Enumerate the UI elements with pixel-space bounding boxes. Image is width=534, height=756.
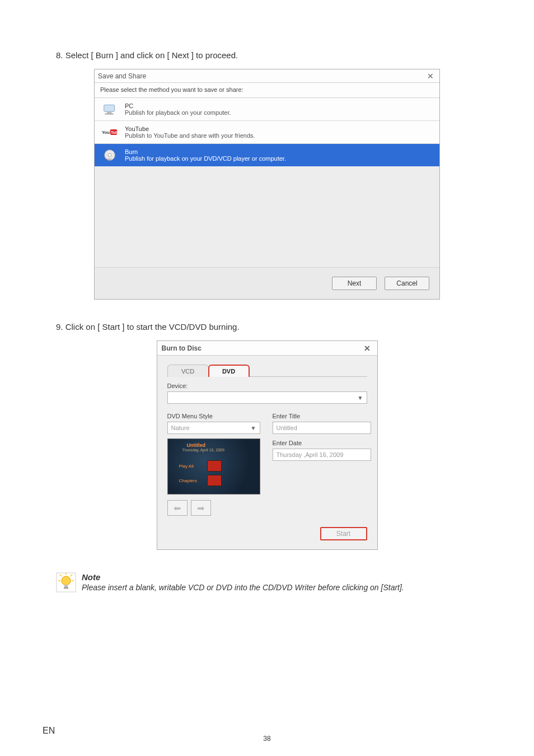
dialog1-titlebar: Save and Share ✕: [95, 69, 439, 83]
start-button[interactable]: Start: [320, 527, 367, 540]
option-youtube[interactable]: YouTube YouTube Publish to YouTube and s…: [95, 121, 439, 144]
footer-lang: EN: [43, 726, 55, 736]
disc-format-tabs: VCD DVD: [167, 365, 367, 377]
preview-play-all: Play All: [179, 464, 194, 469]
pc-icon: [100, 101, 119, 117]
dialog1-empty-area: [95, 166, 439, 267]
enter-title-label: Enter Title: [273, 413, 371, 419]
footer-page-number: 38: [263, 735, 270, 743]
option-burn-title: Burn: [125, 148, 286, 155]
tab-vcd[interactable]: VCD: [167, 365, 209, 377]
dvd-menu-style-value: Nature: [171, 424, 190, 431]
option-burn[interactable]: DVD Burn Publish for playback on your DV…: [95, 144, 439, 166]
step-8-text: 8. Select [ Burn ] and click on [ Next ]…: [56, 50, 478, 60]
chevron-down-icon: ▼: [251, 425, 256, 431]
dvd-menu-preview: Untitled Thursday, April 16, 2009 Play A…: [167, 438, 260, 494]
option-pc-title: PC: [125, 102, 231, 109]
option-pc-desc: Publish for playback on your computer.: [125, 109, 231, 116]
dvd-menu-style-label: DVD Menu Style: [167, 413, 260, 419]
arrow-left-icon: ⬅: [174, 503, 181, 514]
svg-rect-2: [105, 114, 113, 115]
note-body: Please insert a blank, writable VCD or D…: [82, 583, 404, 592]
note-block: Note Please insert a blank, writable VCD…: [56, 572, 478, 592]
cancel-button[interactable]: Cancel: [385, 277, 429, 290]
preview-title: Untitled: [187, 442, 206, 448]
share-options-list: PC Publish for playback on your computer…: [95, 98, 439, 166]
chevron-down-icon: ▼: [358, 395, 363, 401]
svg-rect-11: [64, 585, 68, 587]
disc-icon: DVD: [100, 147, 119, 163]
enter-date-label: Enter Date: [273, 440, 371, 446]
option-pc[interactable]: PC Publish for playback on your computer…: [95, 98, 439, 121]
device-label: Device:: [167, 382, 367, 389]
date-input[interactable]: Thursday ,April 16, 2009: [273, 449, 371, 461]
dialog2-button-row: Start: [157, 516, 377, 549]
svg-text:Tube: Tube: [111, 130, 118, 134]
lightbulb-icon: [56, 572, 76, 592]
svg-text:DVD: DVD: [106, 158, 111, 161]
svg-point-10: [62, 576, 71, 585]
device-select[interactable]: ▼: [167, 391, 367, 404]
arrow-right-icon: ➡: [197, 503, 204, 514]
svg-rect-12: [64, 587, 68, 589]
svg-point-7: [108, 153, 111, 157]
dialog1-title: Save and Share: [98, 72, 146, 80]
close-icon[interactable]: ✕: [425, 72, 436, 81]
title-input[interactable]: Untitled: [273, 422, 371, 434]
dialog2-title: Burn to Disc: [162, 344, 202, 352]
prev-style-button[interactable]: ⬅: [167, 500, 188, 516]
preview-date: Thursday, April 16, 2009: [182, 448, 224, 452]
dialog1-subtitle: Please select the method you want to sav…: [95, 83, 439, 98]
option-youtube-title: YouTube: [125, 125, 255, 132]
dialog1-button-row: Next Cancel: [95, 267, 439, 299]
tab-dvd[interactable]: DVD: [208, 365, 250, 377]
dialog2-titlebar: Burn to Disc ✕: [157, 341, 377, 356]
svg-text:You: You: [102, 130, 110, 135]
preview-thumb-2: [207, 475, 222, 486]
close-icon[interactable]: ✕: [362, 344, 373, 353]
dvd-menu-style-select[interactable]: Nature ▼: [167, 422, 260, 434]
preview-thumb-1: [207, 460, 222, 472]
next-style-button[interactable]: ➡: [191, 500, 211, 516]
save-and-share-dialog: Save and Share ✕ Please select the metho…: [94, 69, 440, 300]
svg-rect-0: [104, 105, 115, 111]
next-button[interactable]: Next: [332, 277, 377, 290]
svg-rect-1: [107, 112, 112, 114]
preview-chapters: Chapters: [179, 478, 197, 483]
burn-to-disc-dialog: Burn to Disc ✕ VCD DVD Device: ▼ DVD Men…: [157, 340, 378, 550]
option-youtube-desc: Publish to YouTube and share with your f…: [125, 132, 255, 139]
note-title: Note: [82, 572, 404, 582]
youtube-icon: YouTube: [100, 124, 119, 140]
step-9-text: 9. Click on [ Start ] to start the VCD/D…: [56, 322, 478, 332]
option-burn-desc: Publish for playback on your DVD/VCD pla…: [125, 155, 286, 162]
